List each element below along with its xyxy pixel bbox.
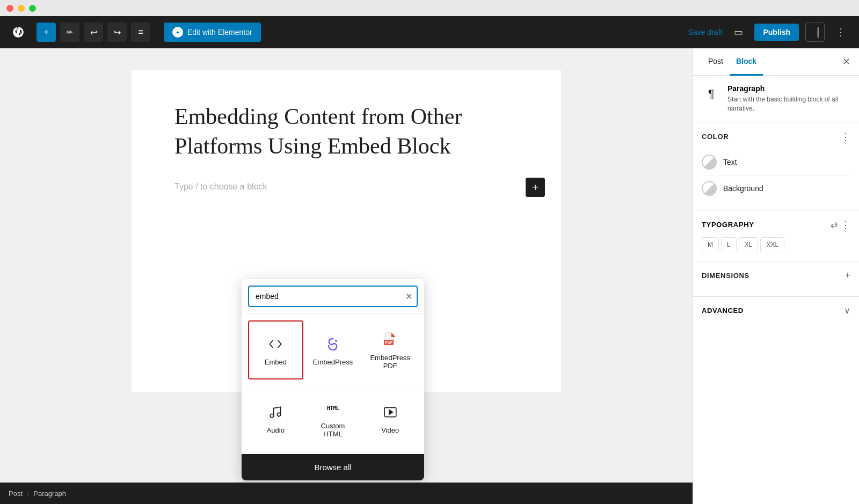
embedpress-pdf-icon: PDF [381,330,400,349]
advanced-header: Advanced ∨ [702,305,850,316]
list-view-button[interactable]: ≡ [131,23,150,42]
tab-block[interactable]: Block [730,48,763,76]
elementor-icon [172,27,183,38]
advanced-title: Advanced [702,306,744,315]
dimensions-section: Dimensions + [693,261,859,297]
sidebar-toggle-button[interactable]: ▕ [805,23,825,42]
pencil-icon: ✏ [67,28,73,36]
view-icon: ▭ [734,26,743,38]
block-item-embedpress-pdf[interactable]: PDF EmbedPress PDF [362,320,418,379]
block-description: Paragraph Start with the basic building … [727,84,850,113]
block-item-audio[interactable]: Audio [248,389,303,448]
size-xxl-button[interactable]: XXL [760,237,784,252]
toolbar: + ✏ ↩ ↪ ≡ Edit with Elementor Save draft… [0,16,859,48]
block-placeholder[interactable]: Type / to choose a block [174,182,518,192]
undo-button[interactable]: ↩ [84,23,103,42]
svg-point-5 [278,413,281,417]
custom-html-icon: HTML [323,398,343,418]
main-editor-area: Embedding Content from Other Platforms U… [0,48,693,483]
background-color-swatch[interactable] [702,181,717,196]
block-grid-divider [248,384,418,384]
typography-title: Typography [702,221,754,229]
custom-html-label: Custom HTML [311,422,355,438]
size-m-button[interactable]: M [702,237,719,252]
block-item-video[interactable]: Video [362,389,418,448]
minimize-button[interactable] [18,5,25,12]
add-block-button[interactable]: + [526,178,545,197]
edit-button[interactable]: ✏ [60,23,79,42]
block-area: Type / to choose a block + [174,182,518,192]
typography-section: Typography ⇄ ⋮ M L XL XXL [693,210,859,261]
publish-button[interactable]: Publish [754,24,799,41]
wp-logo [9,23,28,42]
block-name: Paragraph [727,84,850,93]
block-item-embed[interactable]: Embed [248,320,303,379]
redo-button[interactable]: ↪ [107,23,127,42]
block-desc-text: Start with the basic building block of a… [727,95,850,113]
breadcrumb-post[interactable]: Post [9,490,23,498]
close-button[interactable] [6,5,13,12]
panel-tabs: Post Block ✕ [693,48,859,76]
paragraph-icon: ¶ [702,84,721,104]
svg-point-4 [271,414,274,418]
color-more-button[interactable]: ⋮ [841,131,850,143]
color-section: Color ⋮ Text Background [693,122,859,210]
browse-all-button[interactable]: Browse all [242,454,424,480]
undo-icon: ↩ [90,27,97,38]
save-draft-button[interactable]: Save draft [688,28,723,36]
color-section-title: Color [702,133,729,141]
post-title[interactable]: Embedding Content from Other Platforms U… [174,102,518,160]
color-option-text: Text [702,149,850,176]
block-search-input[interactable] [248,286,418,307]
tab-post[interactable]: Post [702,48,730,76]
svg-point-0 [335,340,337,342]
block-item-custom-html[interactable]: HTML Custom HTML [305,389,361,448]
clear-search-button[interactable]: ✕ [405,291,412,302]
color-option-background: Background [702,176,850,201]
text-color-label: Text [723,158,737,166]
text-color-swatch[interactable] [702,155,717,170]
bottom-bar: Post › Paragraph [0,483,693,504]
block-search-popup: ✕ Embed [242,279,424,480]
title-bar [0,0,859,16]
list-icon: ≡ [138,27,143,37]
audio-icon [266,403,285,422]
dimensions-header: Dimensions + [702,270,850,281]
typography-header: Typography ⇄ ⋮ [702,219,850,231]
size-l-button[interactable]: L [721,237,737,252]
right-panel: Post Block ✕ ¶ Paragraph Start with the … [693,48,859,504]
block-item-embedpress[interactable]: EmbedPress [305,320,361,379]
more-options-button[interactable]: ⋮ [831,23,850,42]
embed-label: Embed [265,358,287,366]
maximize-button[interactable] [29,5,36,12]
dimensions-add-button[interactable]: + [845,270,850,281]
background-color-label: Background [723,184,763,193]
typography-more-button[interactable]: ⋮ [841,219,850,231]
typography-settings-button[interactable]: ⇄ [831,220,838,230]
audio-label: Audio [267,426,285,434]
block-search-bar: ✕ [242,279,424,314]
panel-block-info: ¶ Paragraph Start with the basic buildin… [693,76,859,122]
embedpress-label: EmbedPress [313,358,353,366]
redo-icon: ↪ [114,27,121,38]
advanced-section: Advanced ∨ [693,297,859,324]
more-icon: ⋮ [836,26,846,38]
size-xl-button[interactable]: XL [739,237,759,252]
video-label: Video [381,426,399,434]
view-button[interactable]: ▭ [729,23,748,42]
panel-close-button[interactable]: ✕ [842,48,850,75]
toolbar-divider [157,24,157,40]
video-icon [381,403,400,422]
embedpress-icon [323,334,343,354]
sidebar-icon: ▕ [812,27,818,38]
block-grid: Embed EmbedPress [242,314,424,454]
breadcrumb-paragraph[interactable]: Paragraph [33,490,66,498]
add-block-toolbar-button[interactable]: + [37,23,56,42]
toolbar-right: Save draft ▭ Publish ▕ ⋮ [688,23,850,42]
advanced-expand-button[interactable]: ∨ [844,305,850,316]
svg-marker-7 [389,410,392,414]
search-wrap: ✕ [248,286,418,307]
embedpress-pdf-label: EmbedPress PDF [368,354,412,370]
dimensions-title: Dimensions [702,272,749,280]
edit-with-elementor-button[interactable]: Edit with Elementor [164,23,261,42]
